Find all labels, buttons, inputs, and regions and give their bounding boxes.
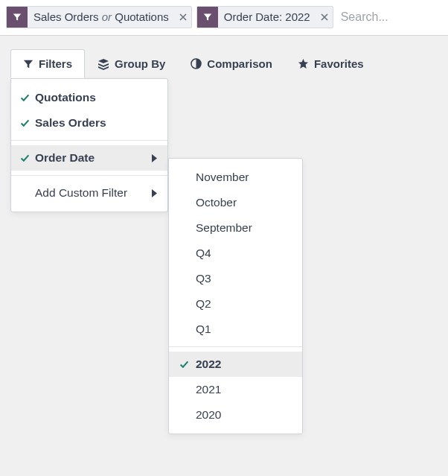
date-option-label: October (196, 196, 237, 209)
date-option-label: Q4 (196, 247, 211, 260)
date-option[interactable]: Q4 (169, 241, 302, 266)
tab-label: Comparison (207, 57, 272, 70)
date-option[interactable]: Q1 (169, 317, 302, 342)
facet-sales-quotations[interactable]: Sales Orders or Quotations (6, 6, 192, 28)
funnel-icon (7, 7, 28, 28)
search-input[interactable] (338, 10, 448, 24)
chevron-right-icon (152, 154, 157, 162)
facet-text: Sales Orders or Quotations (28, 10, 175, 23)
menu-item-label: Quotations (35, 91, 157, 104)
funnel-icon (23, 59, 33, 69)
separator (11, 175, 167, 176)
date-option[interactable]: Q3 (169, 266, 302, 291)
date-option[interactable]: 2021 (169, 377, 302, 402)
close-icon[interactable] (316, 7, 333, 28)
close-icon[interactable] (175, 7, 191, 28)
search-bar: Sales Orders or Quotations Order Date: 2… (0, 0, 448, 36)
tab-filters[interactable]: Filters (10, 49, 85, 78)
date-option-label: 2021 (196, 383, 221, 396)
date-option-label: Q2 (196, 297, 211, 311)
check-icon (20, 93, 35, 103)
filter-item-order-date[interactable]: Order Date (11, 145, 167, 171)
contrast-icon (191, 58, 202, 69)
funnel-icon (197, 7, 218, 28)
star-icon (298, 58, 309, 69)
chevron-right-icon (152, 189, 157, 197)
tab-label: Filters (39, 57, 72, 70)
filter-item-quotations[interactable]: Quotations (11, 85, 167, 110)
menu-item-label: Sales Orders (35, 116, 157, 130)
date-option-label: 2020 (196, 408, 221, 422)
check-icon (20, 153, 35, 163)
menu-item-label: Add Custom Filter (35, 186, 152, 200)
date-option-label: 2022 (196, 358, 221, 371)
tab-comparison[interactable]: Comparison (178, 49, 285, 77)
separator (169, 346, 302, 347)
date-option[interactable]: 2022 (169, 352, 302, 377)
separator (11, 140, 167, 141)
date-option-label: November (196, 171, 249, 184)
filter-item-sales-orders[interactable]: Sales Orders (11, 110, 167, 136)
date-option-label: Q1 (196, 323, 211, 336)
date-option-label: September (196, 221, 252, 235)
date-option-label: Q3 (196, 272, 211, 285)
tab-favorites[interactable]: Favorites (285, 49, 377, 77)
date-option[interactable]: October (169, 190, 302, 215)
tab-label: Favorites (314, 57, 364, 70)
filter-item-add-custom[interactable]: Add Custom Filter (11, 180, 167, 206)
date-option[interactable]: September (169, 215, 302, 241)
search-tabs: Filters Group By Comparison Favorites (0, 36, 448, 77)
date-option[interactable]: November (169, 165, 302, 190)
facet-text: Order Date: 2022 (218, 10, 316, 23)
facet-order-date[interactable]: Order Date: 2022 (196, 6, 333, 28)
order-date-submenu: NovemberOctoberSeptemberQ4Q3Q2Q120222021… (168, 158, 303, 434)
check-icon (20, 118, 35, 128)
layers-icon (97, 58, 109, 70)
menu-item-label: Order Date (35, 151, 152, 165)
filters-dropdown: Quotations Sales Orders Order Date Add C… (10, 78, 168, 212)
tab-label: Group By (115, 57, 165, 70)
date-option[interactable]: 2020 (169, 402, 302, 428)
check-icon (179, 360, 196, 369)
tab-groupby[interactable]: Group By (85, 49, 178, 77)
date-option[interactable]: Q2 (169, 291, 302, 317)
